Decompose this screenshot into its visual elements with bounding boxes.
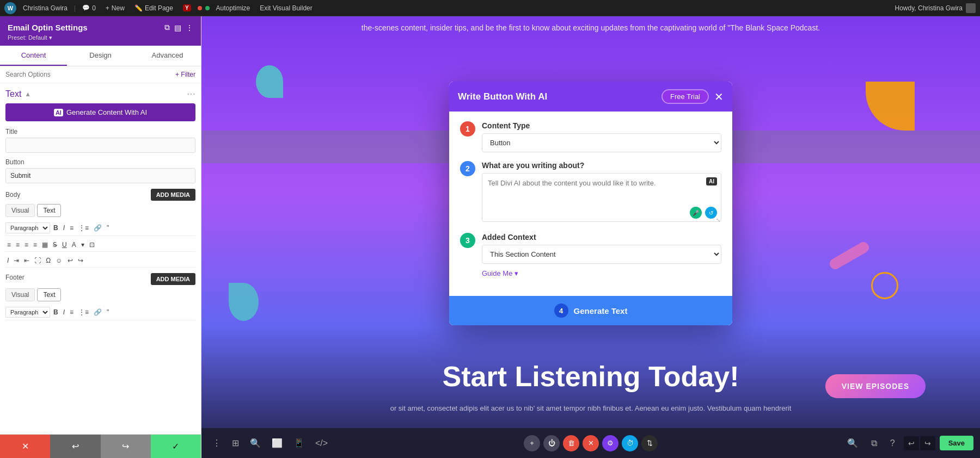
align-justify-button[interactable]: ≡ xyxy=(32,240,39,249)
underline-button[interactable]: U xyxy=(60,240,69,249)
site-link[interactable]: Christina Gwira xyxy=(20,3,71,13)
table-button[interactable]: ▦ xyxy=(40,240,50,249)
modal-title: Write Button With AI xyxy=(458,91,547,102)
button-input[interactable] xyxy=(5,168,195,183)
italic-button[interactable]: I xyxy=(62,224,66,232)
panel-title-row: Email Optin Settings ⧉ ▤ ⋮ xyxy=(8,23,193,32)
modal-close-button[interactable]: ✕ xyxy=(714,90,724,103)
footer-tab-visual[interactable]: Visual xyxy=(5,288,35,301)
generate-text-bar[interactable]: 4 Generate Text xyxy=(449,296,732,325)
align-center-button[interactable]: ≡ xyxy=(14,240,21,249)
modal-header-right: Free Trial ✕ xyxy=(661,89,724,104)
redo-button[interactable]: ↪ xyxy=(101,435,151,458)
special-chars-button[interactable]: Ω xyxy=(44,256,52,265)
cancel-button[interactable]: ✕ xyxy=(0,435,50,458)
tab-text[interactable]: Text xyxy=(37,204,61,217)
new-link[interactable]: + New xyxy=(102,3,128,13)
generate-content-button[interactable]: AI Generate Content With AI xyxy=(5,103,195,121)
writing-about-textarea[interactable] xyxy=(482,173,721,222)
italic2-button[interactable]: I xyxy=(5,256,10,265)
yoast-icon[interactable]: Y xyxy=(180,3,194,13)
preset-row[interactable]: Preset: Default ▾ xyxy=(8,34,193,41)
title-input[interactable] xyxy=(5,138,195,153)
redo2-button[interactable]: ↪ xyxy=(76,256,85,265)
add-media-button[interactable]: ADD MEDIA xyxy=(151,189,195,201)
panel-icon-more[interactable]: ⋮ xyxy=(186,23,193,32)
footer-link-button[interactable]: 🔗 xyxy=(92,308,103,317)
confirm-button[interactable]: ✓ xyxy=(151,435,201,458)
guide-me-button[interactable]: Guide Me ▾ xyxy=(482,269,518,277)
context-select[interactable]: This Section Content This Page Content N… xyxy=(482,245,721,264)
refresh-icon[interactable]: ↺ xyxy=(705,207,717,219)
status-dot-red xyxy=(198,6,202,10)
filter-button[interactable]: + Filter xyxy=(175,71,195,78)
footer-add-media-button[interactable]: ADD MEDIA xyxy=(151,273,195,285)
comment-icon: 💬 xyxy=(82,4,90,11)
panel-icon-copy[interactable]: ⧉ xyxy=(164,23,170,32)
main-layout: Email Optin Settings ⧉ ▤ ⋮ Preset: Defau… xyxy=(0,16,980,458)
strikethrough-button[interactable]: S̶ xyxy=(51,240,59,249)
footer-quote-button[interactable]: " xyxy=(105,308,111,317)
footer-label: Footer xyxy=(5,274,24,281)
undo2-button[interactable]: ↩ xyxy=(66,256,75,265)
undo-button[interactable]: ↩ xyxy=(50,435,100,458)
tab-advanced[interactable]: Advanced xyxy=(134,46,201,66)
footer-visual-text-tabs: Visual Text xyxy=(5,288,195,301)
wordpress-icon[interactable]: W xyxy=(4,2,16,14)
footer-bold-button[interactable]: B xyxy=(52,308,60,317)
step-2-label: What are you writing about? xyxy=(482,161,721,170)
textarea-ai-badge: AI xyxy=(706,177,717,185)
textarea-bottom-icons: 🎤 ↺ xyxy=(690,207,717,219)
paste-text-button[interactable]: ⊡ xyxy=(88,240,96,249)
step-3-label: Added Context xyxy=(482,233,721,242)
footer-ul-button[interactable]: ≡ xyxy=(68,308,75,317)
bold-button[interactable]: B xyxy=(52,224,60,232)
panel-icons: ⧉ ▤ ⋮ xyxy=(164,23,193,32)
unordered-list-button[interactable]: ≡ xyxy=(68,224,75,232)
body-section: Body ADD MEDIA Visual Text Paragraph B I… xyxy=(5,189,195,268)
comments-link[interactable]: 💬 0 xyxy=(79,3,99,13)
site-name-label: Christina Gwira xyxy=(23,4,68,12)
paragraph-select[interactable]: Paragraph xyxy=(5,222,50,233)
tab-visual[interactable]: Visual xyxy=(5,204,35,217)
footer-paragraph-select[interactable]: Paragraph xyxy=(5,307,50,318)
footer-ol-button[interactable]: ⋮≡ xyxy=(77,308,90,317)
step-2-circle: 2 xyxy=(460,161,475,176)
footer-section: Footer ADD MEDIA Visual Text Paragraph B… xyxy=(5,273,195,320)
more-options-icon[interactable]: ⋯ xyxy=(187,89,195,99)
status-dot-green xyxy=(205,6,210,10)
modal-overlay: Write Button With AI Free Trial ✕ 1 Cont… xyxy=(201,16,980,458)
comment-count: 0 xyxy=(92,4,96,12)
edit-page-link[interactable]: ✏️ Edit Page xyxy=(131,3,176,13)
outdent-button[interactable]: ⇤ xyxy=(22,256,31,265)
align-right-button[interactable]: ≡ xyxy=(23,240,30,249)
exit-visual-builder-link[interactable]: Exit Visual Builder xyxy=(256,3,316,13)
tab-content[interactable]: Content xyxy=(0,46,67,66)
content-type-select[interactable]: Button Heading Paragraph List xyxy=(482,133,721,152)
autoptimize-link[interactable]: Autoptimize xyxy=(213,3,254,13)
panel-header: Email Optin Settings ⧉ ▤ ⋮ Preset: Defau… xyxy=(0,16,201,46)
chevron-up-icon[interactable]: ▲ xyxy=(24,90,31,98)
body-label: Body xyxy=(5,191,20,199)
emoji-button[interactable]: ☺ xyxy=(54,256,64,265)
blockquote-button[interactable]: " xyxy=(105,224,111,232)
link-button[interactable]: 🔗 xyxy=(92,224,103,232)
footer-italic-button[interactable]: I xyxy=(62,308,66,317)
text-color-button[interactable]: A xyxy=(70,240,78,249)
footer-tab-text[interactable]: Text xyxy=(37,288,61,301)
step-1-row: 1 Content Type Button Heading Paragraph … xyxy=(460,121,721,152)
indent-button[interactable]: ⇥ xyxy=(12,256,21,265)
search-input[interactable] xyxy=(5,71,172,78)
ordered-list-button[interactable]: ⋮≡ xyxy=(77,224,90,232)
panel-search-row: + Filter xyxy=(0,66,201,83)
microphone-icon[interactable]: 🎤 xyxy=(690,207,702,219)
title-field-group: Title xyxy=(5,128,195,153)
align-left-button[interactable]: ≡ xyxy=(5,240,13,249)
body-header: Body ADD MEDIA xyxy=(5,189,195,201)
free-trial-button[interactable]: Free Trial xyxy=(661,89,709,104)
more-formats-button[interactable]: ▾ xyxy=(79,240,86,249)
panel-icon-layout[interactable]: ▤ xyxy=(174,23,181,32)
tab-design[interactable]: Design xyxy=(67,46,134,66)
visual-text-tabs: Visual Text xyxy=(5,204,195,217)
fullscreen-button[interactable]: ⛶ xyxy=(33,256,42,265)
